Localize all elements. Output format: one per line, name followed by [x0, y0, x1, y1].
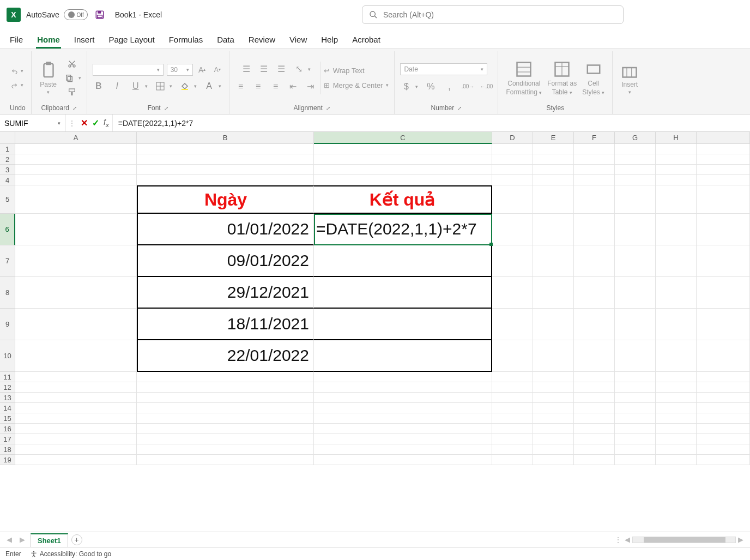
cell[interactable] — [533, 214, 574, 245]
cell[interactable] — [492, 455, 533, 465]
cell[interactable] — [137, 165, 314, 175]
cell-c9[interactable] — [314, 309, 492, 340]
cell[interactable] — [137, 455, 314, 465]
insert-cells-button[interactable]: Insert ▾ — [618, 61, 641, 95]
cell[interactable] — [574, 175, 615, 185]
cell[interactable] — [574, 245, 615, 277]
row-header[interactable]: 7 — [0, 245, 15, 277]
cell[interactable] — [656, 382, 697, 393]
tab-help[interactable]: Help — [320, 32, 339, 49]
tab-page-layout[interactable]: Page Layout — [107, 32, 155, 49]
cell[interactable] — [697, 444, 750, 455]
row-header[interactable]: 11 — [0, 372, 15, 382]
cell[interactable] — [533, 340, 574, 372]
cell[interactable] — [15, 185, 137, 214]
row-header[interactable]: 12 — [0, 382, 15, 393]
font-size-select[interactable]: 30▾ — [167, 64, 193, 76]
format-as-table-button[interactable]: Format as Table ▾ — [545, 60, 579, 96]
row-header[interactable]: 1 — [0, 144, 15, 154]
cell[interactable] — [533, 413, 574, 424]
cell-c10[interactable] — [314, 340, 492, 372]
accounting-format-button[interactable]: $ — [400, 81, 412, 93]
cell[interactable] — [574, 165, 615, 175]
cell[interactable] — [697, 154, 750, 165]
col-header-g[interactable]: G — [615, 132, 656, 144]
cell[interactable] — [137, 444, 314, 455]
fill-color-button[interactable] — [179, 80, 191, 92]
row-header[interactable]: 15 — [0, 413, 15, 424]
add-sheet-button[interactable]: + — [71, 534, 82, 545]
comma-button[interactable]: , — [443, 81, 455, 93]
cell[interactable] — [15, 434, 137, 444]
cell[interactable] — [533, 185, 574, 214]
merge-center-button[interactable]: ⊞Merge & Center▾ — [324, 81, 389, 89]
cell[interactable] — [574, 185, 615, 214]
cell[interactable] — [615, 277, 656, 309]
cell[interactable] — [533, 372, 574, 382]
row-header[interactable]: 10 — [0, 340, 15, 372]
cell[interactable] — [656, 185, 697, 214]
cell[interactable] — [533, 403, 574, 413]
cell[interactable] — [533, 424, 574, 434]
cell-c6-active[interactable]: =DATE(2022,1,1)+2*7 — [314, 214, 492, 245]
align-left-button[interactable]: ≡ — [235, 81, 247, 93]
cell[interactable] — [615, 175, 656, 185]
sheet-nav-prev[interactable]: ◀ — [4, 535, 14, 544]
cell[interactable] — [15, 403, 137, 413]
cell-c7[interactable] — [314, 245, 492, 277]
cell[interactable] — [533, 382, 574, 393]
cell[interactable] — [492, 165, 533, 175]
row-header[interactable]: 18 — [0, 444, 15, 455]
cell[interactable] — [697, 214, 750, 245]
scroll-left-button[interactable]: ◀ — [622, 535, 632, 544]
alignment-dialog-launcher[interactable]: ⤢ — [326, 105, 330, 111]
increase-decimal-button[interactable]: .00→ — [462, 81, 474, 93]
tab-view[interactable]: View — [288, 32, 308, 49]
enter-formula-button[interactable]: ✓ — [92, 118, 99, 128]
cell[interactable] — [533, 154, 574, 165]
search-input[interactable]: Search (Alt+Q) — [362, 5, 624, 24]
cell-c5[interactable]: Kết quả — [314, 185, 492, 214]
tab-acrobat[interactable]: Acrobat — [351, 32, 382, 49]
cell[interactable] — [656, 424, 697, 434]
cell[interactable] — [314, 403, 492, 413]
cell[interactable] — [533, 309, 574, 340]
cell[interactable] — [137, 424, 314, 434]
row-header[interactable]: 9 — [0, 309, 15, 340]
bold-button[interactable]: B — [93, 80, 105, 92]
cell[interactable] — [697, 175, 750, 185]
scrollbar-track[interactable] — [632, 537, 736, 543]
number-format-select[interactable]: Date▾ — [400, 63, 487, 75]
format-painter-button[interactable] — [66, 86, 78, 98]
cut-button[interactable] — [66, 58, 78, 70]
redo-button[interactable]: ▾ — [11, 79, 23, 91]
col-header-a[interactable]: A — [15, 132, 137, 144]
select-all-corner[interactable] — [0, 132, 15, 144]
cell[interactable] — [574, 424, 615, 434]
increase-font-button[interactable]: A▴ — [196, 64, 208, 76]
cell-b7[interactable]: 09/01/2022 — [137, 245, 314, 277]
cell-b9[interactable]: 18/11/2021 — [137, 309, 314, 340]
cell[interactable] — [574, 403, 615, 413]
cell[interactable] — [656, 154, 697, 165]
cell[interactable] — [615, 245, 656, 277]
cell[interactable] — [656, 175, 697, 185]
cell[interactable] — [656, 144, 697, 154]
cell[interactable] — [697, 382, 750, 393]
cell[interactable] — [697, 340, 750, 372]
cell[interactable] — [533, 455, 574, 465]
cell[interactable] — [15, 144, 137, 154]
col-header-f[interactable]: F — [574, 132, 615, 144]
cell[interactable] — [314, 382, 492, 393]
italic-button[interactable]: I — [111, 80, 123, 92]
accessibility-status[interactable]: Accessibility: Good to go — [30, 550, 111, 558]
cell[interactable] — [492, 175, 533, 185]
formula-input[interactable]: =DATE(2022,1,1)+2*7 — [113, 115, 750, 131]
row-header[interactable]: 19 — [0, 455, 15, 465]
cell[interactable] — [656, 214, 697, 245]
cell[interactable] — [15, 424, 137, 434]
cell[interactable] — [615, 382, 656, 393]
horizontal-scrollbar[interactable]: ⋮ ◀ ▶ — [615, 536, 746, 544]
cell[interactable] — [137, 393, 314, 403]
number-dialog-launcher[interactable]: ⤢ — [457, 105, 462, 111]
